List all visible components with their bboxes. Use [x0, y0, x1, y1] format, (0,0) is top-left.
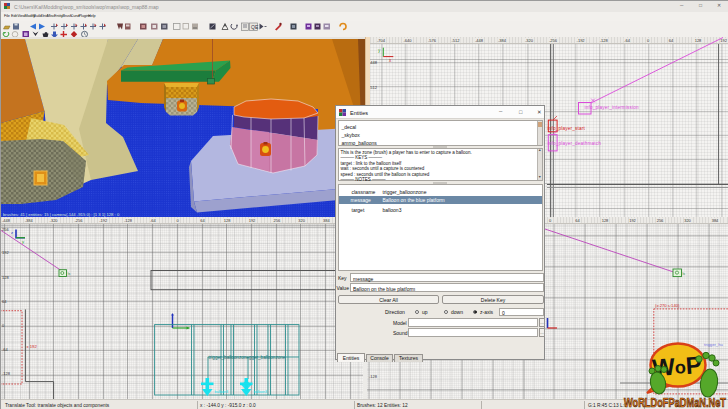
- svg-text:y: y: [22, 239, 25, 244]
- svg-text:info_player_intermission: info_player_intermission: [585, 105, 640, 110]
- svg-text:info_player_deathmatch: info_player_deathmatch: [548, 141, 602, 146]
- svg-text:balloon3: balloon3: [215, 390, 229, 394]
- svg-text:ls: ls: [683, 272, 686, 276]
- svg-text:WoRLDoFPaDMaN.NeT: WoRLDoFPaDMaN.NeT: [624, 395, 726, 409]
- svg-text:trigger_balloonzonegger_balloo: trigger_balloonzonegger_balloonzone: [209, 355, 286, 360]
- svg-text:z: z: [11, 230, 13, 235]
- svg-text:info_player_start: info_player_start: [548, 126, 586, 131]
- svg-text:y: y: [378, 48, 381, 53]
- svg-text:QE: QE: [251, 24, 259, 30]
- svg-text:x 192: x 192: [27, 344, 38, 349]
- svg-text:(x:270 s:140): (x:270 s:140): [655, 303, 680, 308]
- svg-text:balloon3: balloon3: [254, 390, 268, 394]
- svg-text:x: x: [389, 58, 392, 63]
- svg-text:ls: ls: [68, 272, 71, 276]
